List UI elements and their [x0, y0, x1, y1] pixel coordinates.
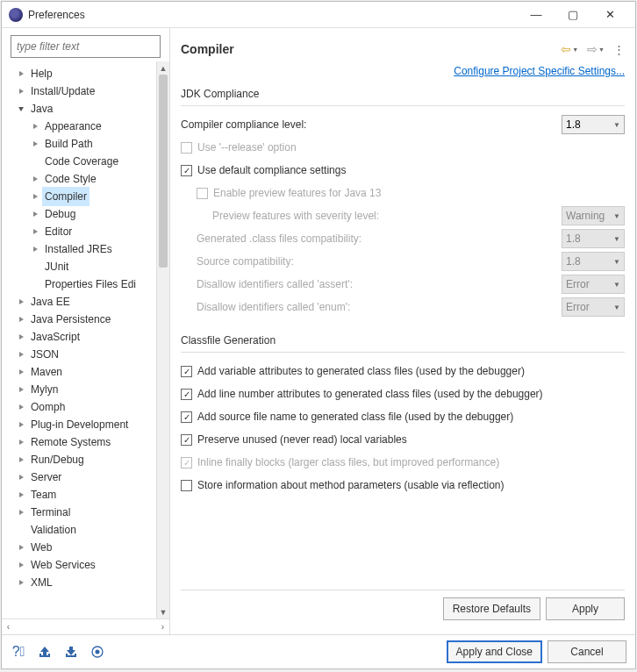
tree-item-label[interactable]: Installed JREs — [42, 239, 115, 259]
oomph-icon[interactable] — [89, 644, 105, 660]
tree-item[interactable]: Appearance — [30, 118, 156, 135]
add-source-file-checkbox[interactable] — [181, 411, 192, 423]
filter-input[interactable] — [11, 35, 161, 58]
tree-item[interactable]: Help — [16, 65, 156, 82]
scroll-right-icon[interactable]: › — [156, 620, 169, 633]
chevron-right-icon[interactable] — [30, 174, 40, 184]
tree-item-label[interactable]: Terminal — [28, 503, 73, 522]
tree-item-label[interactable]: Code Style — [42, 169, 99, 189]
chevron-right-icon[interactable] — [16, 332, 26, 342]
restore-defaults-button[interactable]: Restore Defaults — [443, 597, 540, 620]
tree-item-label[interactable]: Remote Systems — [28, 433, 113, 452]
tree-item-label[interactable]: Help — [28, 64, 55, 83]
chevron-right-icon[interactable] — [16, 560, 26, 570]
minimize-button[interactable]: — — [518, 3, 555, 27]
tree-item[interactable]: Web Services — [16, 556, 156, 574]
vertical-scrollbar[interactable]: ▲ ▼ — [156, 61, 169, 618]
tree-item-label[interactable]: Properties Files Edi — [42, 275, 139, 294]
apply-button[interactable]: Apply — [546, 597, 625, 620]
chevron-right-icon[interactable] — [16, 437, 26, 447]
scroll-down-icon[interactable]: ▼ — [157, 605, 169, 618]
back-button[interactable]: ⇦▼ — [561, 42, 578, 56]
tree-item[interactable]: JUnit — [30, 258, 156, 275]
tree-item-label[interactable]: Web Services — [28, 555, 98, 575]
chevron-right-icon[interactable] — [16, 367, 26, 377]
tree-item-label[interactable]: Maven — [28, 362, 65, 382]
chevron-right-icon[interactable] — [16, 472, 26, 483]
chevron-right-icon[interactable] — [16, 68, 26, 79]
tree-item[interactable]: Plug-in Development — [16, 416, 156, 433]
maximize-button[interactable]: ▢ — [555, 3, 591, 27]
tree-item[interactable]: Validation — [16, 521, 156, 539]
tree-item[interactable]: Team — [16, 486, 156, 504]
tree-item[interactable]: Java Persistence — [16, 311, 156, 328]
tree-item-label[interactable]: Plug-in Development — [28, 415, 131, 434]
tree-item-label[interactable]: Validation — [28, 520, 79, 540]
tree-item[interactable]: Terminal — [16, 504, 156, 521]
tree-item-label[interactable]: Build Path — [42, 134, 96, 154]
tree-item[interactable]: Install/Update — [16, 82, 156, 100]
tree-item[interactable]: Code Coverage — [30, 153, 156, 170]
forward-button[interactable]: ⇨▼ — [587, 42, 605, 56]
view-menu-icon[interactable]: ⋮ — [613, 43, 625, 56]
help-icon[interactable]: ?⃝ — [11, 644, 26, 660]
chevron-right-icon[interactable] — [16, 577, 26, 588]
add-line-number-checkbox[interactable] — [181, 389, 192, 400]
tree-item-label[interactable]: Oomph — [28, 397, 68, 417]
tree-item-label[interactable]: Editor — [42, 222, 75, 241]
preference-tree[interactable]: HelpInstall/UpdateJavaAppearanceBuild Pa… — [2, 61, 156, 618]
chevron-right-icon[interactable] — [16, 384, 26, 395]
tree-item[interactable]: Server — [16, 468, 156, 486]
compliance-level-combo[interactable]: 1.8▼ — [562, 115, 625, 134]
close-button[interactable]: ✕ — [591, 3, 628, 27]
tree-item[interactable]: Run/Debug — [16, 451, 156, 468]
chevron-right-icon[interactable] — [16, 490, 26, 500]
add-variable-attrs-checkbox[interactable] — [181, 366, 192, 377]
tree-item-label[interactable]: Compiler — [42, 187, 89, 206]
store-method-params-checkbox[interactable] — [181, 480, 192, 491]
tree-item[interactable]: Build Path — [30, 135, 156, 153]
tree-item-label[interactable]: JavaScript — [28, 327, 82, 347]
tree-item-label[interactable]: XML — [28, 573, 55, 592]
chevron-right-icon[interactable] — [16, 507, 26, 518]
tree-item[interactable]: Code Style — [30, 170, 156, 188]
tree-item[interactable]: Web — [16, 539, 156, 556]
tree-item-label[interactable]: Java Persistence — [28, 310, 113, 329]
chevron-right-icon[interactable] — [30, 244, 40, 254]
tree-item[interactable]: JavaScript — [16, 328, 156, 346]
tree-item-label[interactable]: Mylyn — [28, 380, 61, 399]
tree-item[interactable]: Java — [16, 100, 156, 118]
chevron-right-icon[interactable] — [16, 314, 26, 325]
use-default-compliance-checkbox[interactable] — [181, 165, 192, 176]
chevron-right-icon[interactable] — [30, 121, 40, 132]
tree-item[interactable]: XML — [16, 574, 156, 591]
tree-item[interactable]: Mylyn — [16, 381, 156, 398]
chevron-right-icon[interactable] — [30, 139, 40, 149]
scroll-left-icon[interactable]: ‹ — [2, 620, 15, 633]
chevron-down-icon[interactable] — [16, 104, 26, 114]
tree-item-label[interactable]: Install/Update — [28, 82, 97, 101]
chevron-right-icon[interactable] — [16, 542, 26, 553]
tree-item[interactable]: JSON — [16, 346, 156, 363]
export-icon[interactable] — [63, 644, 79, 660]
tree-item[interactable]: Installed JREs — [30, 240, 156, 258]
tree-item-label[interactable]: Run/Debug — [28, 450, 87, 469]
tree-item[interactable]: Remote Systems — [16, 433, 156, 451]
tree-item[interactable]: Debug — [30, 205, 156, 223]
tree-item-label[interactable]: Appearance — [42, 117, 104, 136]
tree-item[interactable]: Editor — [30, 223, 156, 240]
chevron-right-icon[interactable] — [16, 419, 26, 430]
tree-item-label[interactable]: Web — [28, 538, 54, 557]
chevron-right-icon[interactable] — [30, 209, 40, 219]
chevron-right-icon[interactable] — [16, 454, 26, 465]
scroll-thumb[interactable] — [159, 75, 168, 268]
tree-item[interactable]: Oomph — [16, 398, 156, 416]
cancel-button[interactable]: Cancel — [548, 640, 626, 663]
tree-item-label[interactable]: Java — [28, 99, 55, 118]
chevron-right-icon[interactable] — [16, 402, 26, 412]
tree-item[interactable]: Java EE — [16, 293, 156, 311]
configure-project-link[interactable]: Configure Project Specific Settings... — [181, 65, 625, 77]
tree-item-label[interactable]: Java EE — [28, 292, 73, 311]
chevron-right-icon[interactable] — [30, 226, 40, 237]
tree-item-label[interactable]: Debug — [42, 204, 78, 224]
